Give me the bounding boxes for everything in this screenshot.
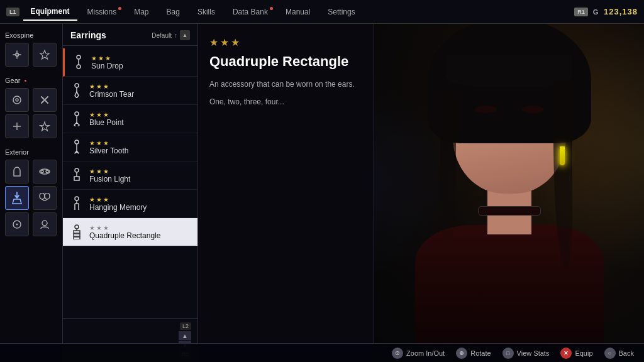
tab-missions[interactable]: Missions [80,4,125,20]
svg-point-2 [16,99,18,101]
stats-badge: □ [502,348,514,359]
tab-map[interactable]: Map [126,4,156,20]
tab-equipment[interactable]: Equipment [23,3,77,21]
gear-icons [5,88,57,138]
char-eye-right [522,106,544,113]
desc-line-2: One, two, three, four... [209,96,362,108]
svg-point-11 [16,224,18,226]
exterior-icon-3[interactable] [5,186,29,210]
item-info: ★★★ Hanging Memory [89,196,147,212]
gear-title: Gear • [5,77,57,84]
item-info: ★★★ Silver Tooth [89,140,128,155]
equipment-list: ★★★ Sun Drop ★★★ Crimson Tear [63,46,197,318]
tab-skills[interactable]: Skills [190,4,223,20]
svg-point-1 [13,96,21,104]
item-name: Crimson Tear [89,90,134,99]
exospine-icon-2[interactable] [33,43,57,67]
tab-manual[interactable]: Manual [278,4,318,20]
item-info: ★★★ Quadruple Rectangle [89,224,160,240]
list-item[interactable]: ★★★ Crimson Tear [63,77,197,105]
exterior-icon-6[interactable] [33,212,57,236]
svg-rect-25 [74,177,79,180]
gear-icon-2[interactable] [33,88,57,112]
item-stars: ★★★ [89,111,124,118]
gear-icon-4[interactable] [33,114,57,138]
exterior-icon-5[interactable] [5,212,29,236]
tab-data-bank[interactable]: Data Bank [225,4,275,20]
earring-icon [71,53,86,71]
equipment-panel: Earrings Default ↑ ▲ ★★★ Sun D [63,24,198,362]
l1-badge: L1 [6,8,19,16]
back-label: Back [619,349,634,357]
exterior-icon-4[interactable] [33,186,57,210]
char-eye-left [475,106,497,113]
action-zoom[interactable]: ⊙ Zoom In/Out [392,348,445,359]
rotate-label: Rotate [470,349,491,357]
character-preview [374,24,644,362]
gear-dot: • [25,77,27,84]
nav-tabs: Equipment Missions Map Bag Skills Data B… [23,3,363,21]
list-item[interactable]: ★★★ Hanging Memory [63,190,197,218]
svg-point-6 [41,170,43,173]
char-body [415,225,604,351]
databank-dot [270,7,273,10]
svg-point-7 [46,170,48,173]
item-stars: ★★★ [89,83,134,90]
equip-badge: ✕ [560,348,572,359]
item-name: Hanging Memory [89,203,147,212]
earring-icon [69,82,84,99]
sidebar-section-gear: Gear • [5,77,57,138]
exospine-icon-1[interactable] [5,43,29,67]
list-item[interactable]: ★★★ Blue Point [63,105,197,133]
scroll-top-badge: L2 [180,322,191,330]
action-equip[interactable]: ✕ Equip [560,348,592,359]
svg-point-12 [42,221,47,226]
gold-value: 123,138 [604,7,638,16]
sidebar-section-exospine: Exospine [5,31,57,67]
list-item[interactable]: ★★★ Sun Drop [63,48,197,77]
svg-point-26 [75,197,79,200]
item-name: Fusion Light [89,175,130,184]
svg-point-19 [75,112,79,116]
item-name: Blue Point [89,118,124,127]
sort-button[interactable]: ▲ [180,30,190,40]
scroll-up-button[interactable]: ▲ [179,331,191,340]
svg-point-16 [75,84,79,87]
gear-icon-1[interactable] [5,88,29,112]
gear-icon-3[interactable] [5,114,29,138]
action-view-stats[interactable]: □ View Stats [502,348,550,359]
earring-icon [69,167,84,184]
item-stars: ★★★ [89,168,130,175]
detail-stars: ★★★ [209,36,362,48]
zoom-label: Zoom In/Out [406,349,445,357]
svg-point-22 [75,140,79,144]
top-navigation: L1 Equipment Missions Map Bag Skills Dat… [0,0,644,24]
tab-settings[interactable]: Settings [320,4,362,20]
svg-point-23 [75,168,79,172]
gold-label: G [593,8,599,16]
sort-label: Default [152,32,172,39]
action-back[interactable]: ○ Back [604,348,634,359]
bottom-bar: ⊙ Zoom In/Out ⊕ Rotate □ View Stats ✕ Eq… [0,343,644,362]
action-rotate[interactable]: ⊕ Rotate [456,348,491,359]
sort-control[interactable]: Default ↑ ▲ [152,30,190,40]
list-item[interactable]: ★★★ Fusion Light [63,162,197,190]
desc-line-1: An accessory that can be worn on the ear… [209,79,362,90]
tab-bag[interactable]: Bag [159,4,187,20]
earring-icon [69,138,84,156]
exterior-icon-2[interactable] [33,160,57,184]
char-earring [560,146,565,165]
left-sidebar: Exospine Gear • [0,24,63,362]
nav-right: R1 G 123,138 [574,7,638,16]
item-name: Silver Tooth [89,146,128,155]
exterior-icon-1[interactable] [5,160,29,184]
list-item[interactable]: ★★★ Silver Tooth [63,133,197,162]
exospine-icons [5,43,57,67]
character-figure [402,24,616,344]
earring-icon [69,195,84,212]
list-item[interactable]: ★★★ Quadruple Rectangle [63,218,197,246]
exterior-icons [5,160,57,236]
item-stars: ★★★ [89,196,147,203]
item-info: ★★★ Crimson Tear [89,83,134,99]
detail-panel: ★★★ Quadruple Rectangle An accessory tha… [198,24,374,362]
